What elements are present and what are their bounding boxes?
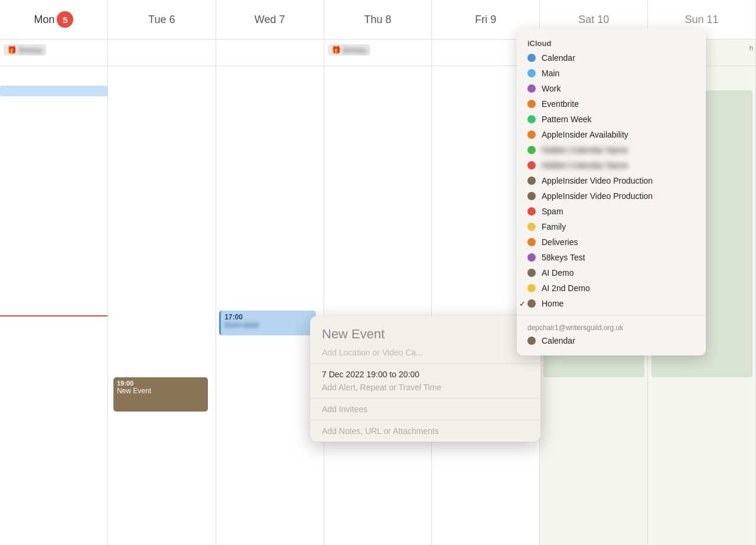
dropdown-label-ai-2nd-demo: AI 2nd Demo <box>542 283 590 293</box>
day-name-sat: Sat <box>578 14 594 26</box>
popup-location[interactable]: Add Location or Video Ca... <box>310 345 540 364</box>
dropdown-item-deliveries[interactable]: Deliveries <box>517 234 706 250</box>
day-name-sun: Sun <box>685 14 704 26</box>
popup-invitees-row[interactable]: Add Invitees <box>310 399 540 420</box>
day-number-wed: 7 <box>279 14 285 26</box>
day-number-thu: 8 <box>386 14 392 26</box>
time-area-thu <box>324 66 432 545</box>
day-header-mon: Mon 5 <box>0 0 108 39</box>
color-dot-home <box>527 299 536 308</box>
allday-wed <box>216 40 324 66</box>
dropdown-divider <box>517 315 706 315</box>
dropdown-item-ai-2nd-demo[interactable]: AI 2nd Demo <box>517 280 706 296</box>
dropdown-item-spam[interactable]: Spam <box>517 204 706 219</box>
dropdown-item-ai-avail[interactable]: AppleInsider Availability <box>517 127 706 142</box>
day-column-tue[interactable]: 19:00 New Event <box>108 40 216 545</box>
dropdown-label-deliveries: Deliveries <box>542 237 578 247</box>
color-dot-calendar <box>527 54 536 62</box>
day-number-sat: 10 <box>597 14 609 26</box>
dropdown-label-ai-video2: AppleInsider Video Production <box>542 191 653 201</box>
day-header-thu: Thu 8 <box>324 0 432 39</box>
color-dot-work <box>527 84 536 93</box>
now-line <box>0 315 107 316</box>
dropdown-item-blurred2[interactable]: Hidden Calendar Name <box>517 158 706 173</box>
event-title-new-event: New Event <box>117 387 204 395</box>
color-dot-main <box>527 69 536 77</box>
dropdown-label-family: Family <box>542 222 566 231</box>
dropdown-item-wg-calendar[interactable]: Calendar <box>517 333 706 348</box>
dropdown-item-blurred1[interactable]: Hidden Calendar Name <box>517 142 706 158</box>
dropdown-label-spam: Spam <box>542 207 563 216</box>
dropdown-item-home[interactable]: ✓ Home <box>517 296 706 311</box>
day-name-thu: Thu <box>364 14 382 26</box>
dropdown-item-calendar[interactable]: Calendar <box>517 50 706 66</box>
day-column-mon[interactable]: 🎁 Birthday <box>0 40 108 545</box>
day-header-tue: Tue 6 <box>108 0 216 39</box>
dropdown-label-home: Home <box>542 299 563 308</box>
color-dot-ai-video1 <box>527 177 536 185</box>
dropdown-item-main[interactable]: Main <box>517 66 706 81</box>
time-area-mon <box>0 66 107 545</box>
dropdown-label-wg-calendar: Calendar <box>542 336 575 345</box>
day-number-fri: 9 <box>490 14 496 26</box>
popup-notes-row[interactable]: Add Notes, URL or Attachments <box>310 420 540 442</box>
dropdown-label-ai-demo: AI Demo <box>542 268 573 278</box>
dropdown-label-eventbrite: Eventbrite <box>542 99 579 109</box>
dropdown-label-pattern-week: Pattern Week <box>542 115 592 124</box>
day-header-wed: Wed 7 <box>216 0 324 39</box>
dropdown-item-ai-demo[interactable]: AI Demo <box>517 265 706 280</box>
new-event-popup: New Event Add Location or Video Ca... 7 … <box>310 316 540 442</box>
color-dot-ai-demo <box>527 269 536 277</box>
day-badge-mon: 5 <box>57 11 73 28</box>
writers-guild-account: depchair1@writersguild.org.uk <box>517 319 706 333</box>
dropdown-item-eventbrite[interactable]: Eventbrite <box>517 96 706 112</box>
dropdown-item-work[interactable]: Work <box>517 81 706 96</box>
day-column-wed[interactable]: 17:00 Event detail <box>216 40 324 545</box>
dropdown-label-ai-avail: AppleInsider Availability <box>542 130 628 139</box>
dropdown-label-blurred1: Hidden Calendar Name <box>542 145 628 155</box>
color-dot-spam <box>527 207 536 216</box>
dropdown-item-family[interactable]: Family <box>517 219 706 234</box>
dropdown-item-58keys[interactable]: 58keys Test <box>517 250 706 265</box>
color-dot-pattern-week <box>527 115 536 123</box>
dropdown-label-main: Main <box>542 68 559 78</box>
day-column-thu[interactable]: 🎁 Birthday <box>324 40 432 545</box>
dropdown-label-calendar: Calendar <box>542 53 575 63</box>
day-name-fri: Fri <box>475 14 487 26</box>
popup-invitees[interactable]: Add Invitees <box>322 404 529 414</box>
color-dot-family <box>527 223 536 231</box>
event-time-1700: 17:00 <box>224 313 312 321</box>
dropdown-label-work: Work <box>542 84 561 93</box>
color-dot-ai-avail <box>527 130 536 139</box>
calendar-container: Mon 5 Tue 6 Wed 7 Thu 8 Fri 9 Sat <box>0 0 756 545</box>
birthday-name-mon: Birthday <box>19 47 43 54</box>
color-dot-ai-2nd-demo <box>527 284 536 292</box>
dropdown-item-pattern-week[interactable]: Pattern Week <box>517 112 706 127</box>
popup-datetime: 7 Dec 2022 19:00 to 20:00 <box>322 370 529 379</box>
birthday-thu: 🎁 Birthday <box>328 44 370 56</box>
popup-notes[interactable]: Add Notes, URL or Attachments <box>322 426 529 436</box>
color-dot-ai-video2 <box>527 192 536 200</box>
day-name-mon: Mon <box>34 14 54 26</box>
day-number-tue: 6 <box>169 14 175 26</box>
popup-datetime-row: 7 Dec 2022 19:00 to 20:00 Add Alert, Rep… <box>310 364 540 399</box>
dropdown-item-ai-video1[interactable]: AppleInsider Video Production <box>517 173 706 188</box>
dropdown-label-ai-video1: AppleInsider Video Production <box>542 176 653 185</box>
color-dot-wg-calendar <box>527 337 536 345</box>
birthday-name-thu: Birthday <box>343 47 367 54</box>
event-new-event[interactable]: 19:00 New Event <box>113 377 208 412</box>
allday-mon: 🎁 Birthday <box>0 40 107 66</box>
color-dot-eventbrite <box>527 100 536 108</box>
dropdown-item-ai-video2[interactable]: AppleInsider Video Production <box>517 188 706 204</box>
checkmark-home: ✓ <box>519 299 526 308</box>
popup-alert[interactable]: Add Alert, Repeat or Travel Time <box>322 383 529 392</box>
birthday-mon: 🎁 Birthday <box>4 44 46 56</box>
event-detail-1700: Event detail <box>224 321 312 328</box>
gift-icon-mon: 🎁 <box>7 45 17 54</box>
color-dot-deliveries <box>527 238 536 246</box>
icloud-section-title: iCloud <box>517 35 706 50</box>
event-1700-wed[interactable]: 17:00 Event detail <box>219 311 316 335</box>
time-area-wed: 17:00 Event detail <box>216 66 324 545</box>
day-number-sun: 11 <box>707 14 719 26</box>
gift-icon-thu: 🎁 <box>331 45 341 54</box>
